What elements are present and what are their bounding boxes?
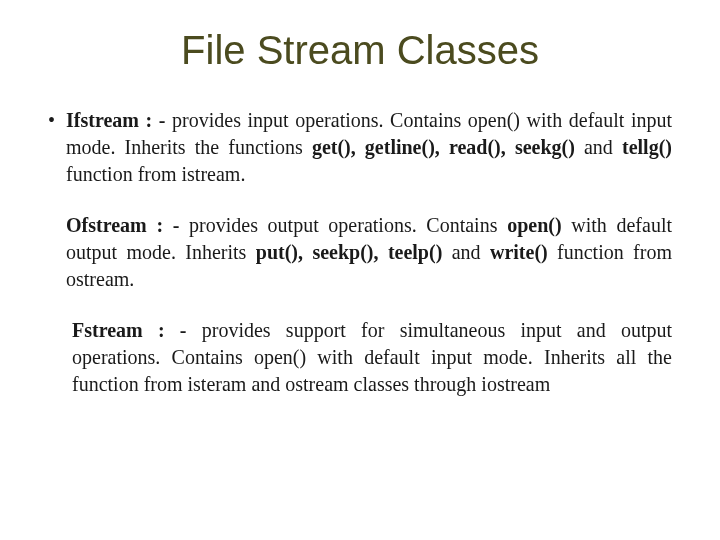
list-item: Ifstream : - provides input operations. … (48, 107, 672, 188)
body-list: Ifstream : - provides input operations. … (48, 107, 672, 398)
item-name: Ifstream (66, 109, 139, 131)
item-funcs: tellg() (622, 136, 672, 158)
item-text: and (575, 136, 622, 158)
item-sep: : - (143, 319, 202, 341)
item-funcs: get(), getline(), read(), seekg() (312, 136, 575, 158)
item-funcs: put(), seekp(), teelp() (256, 241, 443, 263)
slide: File Stream Classes Ifstream : - provide… (0, 0, 720, 540)
item-sep: : - (147, 214, 189, 236)
item-name: Fstream (72, 319, 143, 341)
item-text: provides output operations. Contains (189, 214, 507, 236)
list-item: Ofstream : - provides output operations.… (48, 212, 672, 293)
item-funcs: open() (507, 214, 561, 236)
item-funcs: write() (490, 241, 548, 263)
item-name: Ofstream (66, 214, 147, 236)
list-item: Fstream : - provides support for simulta… (48, 317, 672, 398)
item-sep: : - (139, 109, 172, 131)
item-text: function from istream. (66, 163, 245, 185)
page-title: File Stream Classes (48, 28, 672, 73)
item-text: and (442, 241, 490, 263)
